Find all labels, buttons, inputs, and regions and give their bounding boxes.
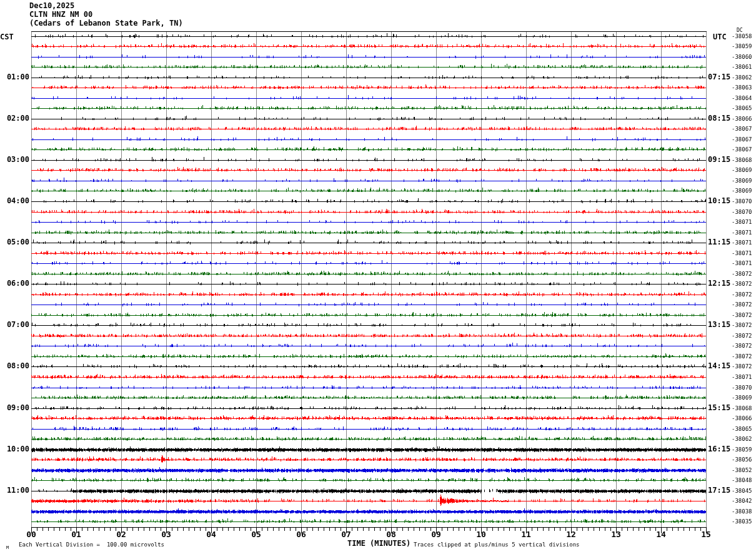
utc-hour-label: 07:15 xyxy=(708,73,733,81)
dc-offset-value: -38063 xyxy=(732,84,752,91)
dc-offset-value: -38048 xyxy=(732,477,752,483)
dc-offset-value: -38062 xyxy=(732,74,752,81)
x-axis-tick-label: 14 xyxy=(653,530,669,539)
dc-offset-value: -38067 xyxy=(732,136,752,143)
x-axis-tick-label: 03 xyxy=(158,530,174,539)
dc-offset-value: -38072 xyxy=(732,281,752,287)
x-axis-title: TIME (MINUTES) xyxy=(347,539,410,548)
utc-hour-label: 13:15 xyxy=(708,321,733,329)
x-axis-tick-label: 13 xyxy=(608,530,624,539)
utc-hour-label: 15:15 xyxy=(708,404,733,412)
helicorder-plot-canvas xyxy=(0,0,756,554)
utc-hour-label: 08:15 xyxy=(708,114,733,123)
clip-note: Traces clipped at plus/minus 5 vertical … xyxy=(414,541,580,548)
dc-offset-value: -38071 xyxy=(732,374,752,380)
utc-hour-label: 14:15 xyxy=(708,362,733,370)
dc-offset-value: -38058 xyxy=(732,33,752,39)
x-axis-tick-label: 04 xyxy=(203,530,219,539)
scale-note: Each Vertical Division = 100.00 microvol… xyxy=(19,541,164,548)
dc-offset-value: -38068 xyxy=(732,405,752,411)
cst-hour-label: 04:00 xyxy=(0,197,29,205)
cst-hour-label: 05:00 xyxy=(0,238,29,246)
dc-offset-value: -38072 xyxy=(732,363,752,370)
dc-offset-value: -38072 xyxy=(732,271,752,277)
dc-offset-value: -38042 xyxy=(732,498,752,504)
helicorder-page: { "header": { "date": "Dec10,2025", "sta… xyxy=(0,0,756,554)
dc-offset-value: -38071 xyxy=(732,260,752,266)
x-axis-tick-label: 11 xyxy=(518,530,534,539)
x-axis-tick-label: 06 xyxy=(293,530,309,539)
dc-offset-value: -38072 xyxy=(732,322,752,328)
utc-hour-label: 17:15 xyxy=(708,486,733,495)
x-axis-tick-label: 08 xyxy=(383,530,399,539)
dc-offset-value: -38069 xyxy=(732,178,752,184)
right-axis-label: UTC xyxy=(713,33,727,41)
dc-offset-value: -38069 xyxy=(732,395,752,401)
cst-hour-label: 09:00 xyxy=(0,404,29,412)
dc-offset-value: -38059 xyxy=(732,43,752,49)
dc-offset-value: -38072 xyxy=(732,333,752,339)
title-station: CLTN HNZ NM 00 xyxy=(29,10,92,19)
dc-offset-value: -38072 xyxy=(732,291,752,298)
dc-offset-value: -38056 xyxy=(732,456,752,463)
dc-offset-value: -38071 xyxy=(732,239,752,246)
x-axis-tick-label: 07 xyxy=(338,530,354,539)
dc-offset-value: -38066 xyxy=(732,415,752,421)
dc-offset-value: -38071 xyxy=(732,219,752,225)
dc-offset-value: -38067 xyxy=(732,126,752,132)
x-axis-tick-label: 12 xyxy=(563,530,579,539)
dc-offset-value: -38072 xyxy=(732,301,752,308)
dc-offset-value: -38059 xyxy=(732,446,752,453)
cst-hour-label: 02:00 xyxy=(0,114,29,123)
dc-offset-value: -38072 xyxy=(732,312,752,318)
x-axis-tick-label: 02 xyxy=(113,530,129,539)
title-location: (Cedars of Lebanon State Park, TN) xyxy=(29,19,183,28)
dc-offset-value: -38068 xyxy=(732,157,752,163)
cst-hour-label: 11:00 xyxy=(0,486,29,495)
dc-offset-value: -38070 xyxy=(732,209,752,215)
dc-offset-value: -38069 xyxy=(732,167,752,173)
dc-offset-value: -38052 xyxy=(732,467,752,473)
x-axis-tick-label: 09 xyxy=(428,530,444,539)
utc-hour-label: 16:15 xyxy=(708,445,733,453)
x-axis-tick-label: 15 xyxy=(698,530,714,539)
cst-hour-label: 10:00 xyxy=(0,445,29,453)
dc-offset-value: -38060 xyxy=(732,54,752,60)
utc-hour-label: 12:15 xyxy=(708,280,733,288)
cst-hour-label: 08:00 xyxy=(0,362,29,370)
left-axis-label: CST xyxy=(0,33,14,41)
cst-hour-label: 07:00 xyxy=(0,321,29,329)
dc-offset-value: -38062 xyxy=(732,436,752,442)
dc-offset-value: -38070 xyxy=(732,198,752,204)
utc-hour-label: 11:15 xyxy=(708,238,733,246)
cst-hour-label: 06:00 xyxy=(0,280,29,288)
dc-offset-value: -38072 xyxy=(732,343,752,349)
dc-offset-value: -38045 xyxy=(732,488,752,494)
cst-hour-label: 03:00 xyxy=(0,156,29,164)
x-axis-tick-label: 01 xyxy=(68,530,84,539)
dc-offset-value: -38064 xyxy=(732,95,752,101)
dc-offset-value: -38066 xyxy=(732,116,752,122)
utc-hour-label: 10:15 xyxy=(708,197,733,205)
dc-offset-value: -38070 xyxy=(732,385,752,391)
dc-offset-value: -38035 xyxy=(732,518,752,525)
dc-offset-value: -38072 xyxy=(732,353,752,360)
corner-mark: M xyxy=(6,545,9,550)
dc-offset-value: -38071 xyxy=(732,229,752,236)
dc-offset-value: -38067 xyxy=(732,146,752,153)
cst-hour-label: 01:00 xyxy=(0,73,29,81)
dc-offset-value: -38069 xyxy=(732,188,752,194)
dc-offset-value: -38065 xyxy=(732,426,752,432)
utc-hour-label: 09:15 xyxy=(708,156,733,164)
x-axis-tick-label: 05 xyxy=(248,530,264,539)
x-axis-tick-label: 00 xyxy=(23,530,39,539)
dc-offset-value: -38065 xyxy=(732,105,752,111)
dc-offset-value: -38038 xyxy=(732,508,752,515)
dc-offset-value: -38061 xyxy=(732,64,752,70)
x-axis-tick-label: 10 xyxy=(473,530,489,539)
title-date: Dec10,2025 xyxy=(29,1,74,10)
dc-offset-value: -38071 xyxy=(732,250,752,256)
